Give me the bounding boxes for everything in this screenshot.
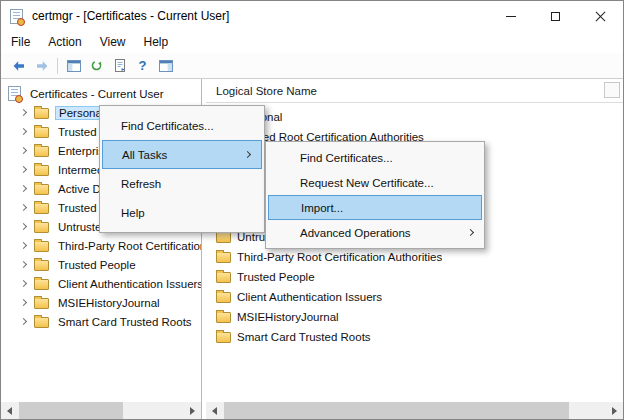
submenu-item-import[interactable]: Import... (268, 195, 482, 220)
toolbar-separator (57, 58, 58, 74)
menu-view[interactable]: View (91, 32, 135, 52)
list-horizontal-scrollbar[interactable] (206, 402, 623, 419)
title-bar[interactable]: certmgr - [Certificates - Current User] (1, 1, 623, 31)
refresh-icon (89, 58, 104, 73)
folder-icon (34, 108, 49, 119)
tree-horizontal-scrollbar[interactable] (1, 402, 201, 419)
chevron-right-icon (20, 128, 27, 135)
menu-action[interactable]: Action (39, 32, 90, 52)
folder-icon (216, 312, 231, 323)
list-header-corner (604, 82, 620, 98)
chevron-right-icon (20, 166, 27, 173)
folder-icon (34, 298, 49, 309)
submenu-arrow-icon (244, 150, 251, 157)
console-tree-icon (66, 58, 82, 74)
certificates-root-icon (8, 86, 21, 101)
scroll-left-button[interactable] (1, 402, 18, 419)
scroll-right-button[interactable] (184, 402, 201, 419)
chevron-right-icon (20, 147, 27, 154)
scroll-right-button[interactable] (606, 402, 623, 419)
toolbar: ? (1, 53, 623, 79)
help-button[interactable]: ? (131, 55, 154, 77)
list-item-personal[interactable]: Personal (206, 107, 623, 127)
folder-icon (34, 127, 49, 138)
export-list-icon (112, 58, 128, 74)
show-console-tree-button[interactable] (62, 55, 85, 77)
close-icon (595, 11, 606, 22)
menu-bar: File Action View Help (1, 31, 623, 53)
menu-help[interactable]: Help (135, 32, 178, 52)
folder-icon (34, 317, 49, 328)
list-item-trusted-people[interactable]: Trusted People (206, 267, 623, 287)
chevron-right-icon (20, 299, 27, 306)
menu-item-all-tasks[interactable]: All Tasks (102, 140, 262, 169)
list-item-msiehistoryjournal[interactable]: MSIEHistoryJournal (206, 307, 623, 327)
scroll-right-icon (190, 407, 195, 415)
folder-icon (216, 332, 231, 343)
folder-icon (34, 184, 49, 195)
window-title: certmgr - [Certificates - Current User] (32, 9, 229, 23)
list-header-label: Logical Store Name (216, 85, 317, 97)
list-column-header[interactable]: Logical Store Name (206, 79, 623, 103)
action-pane-icon (158, 58, 174, 74)
chevron-right-icon (20, 261, 27, 268)
list-scrollbar-thumb[interactable] (224, 402, 569, 419)
show-action-pane-button[interactable] (154, 55, 177, 77)
chevron-right-icon (20, 109, 27, 116)
export-list-button[interactable] (108, 55, 131, 77)
close-button[interactable] (578, 1, 623, 31)
scroll-left-icon (7, 407, 12, 415)
minimize-icon (506, 16, 516, 17)
chevron-right-icon (20, 185, 27, 192)
window-controls (488, 1, 623, 31)
forward-button[interactable] (30, 55, 53, 77)
tree-item-client-authentication-issuers[interactable]: Client Authentication Issuers (1, 274, 201, 293)
folder-icon (34, 260, 49, 271)
list-item-smart-card-trusted-roots[interactable]: Smart Card Trusted Roots (206, 327, 623, 347)
chevron-right-icon (20, 280, 27, 287)
back-arrow-icon (11, 58, 27, 74)
folder-icon (216, 252, 231, 263)
chevron-right-icon (20, 204, 27, 211)
all-tasks-submenu: Find Certificates... Request New Certifi… (265, 141, 485, 249)
folder-icon (34, 146, 49, 157)
list-item-client-authentication-issuers[interactable]: Client Authentication Issuers (206, 287, 623, 307)
back-button[interactable] (7, 55, 30, 77)
tree-item-msiehistoryjournal[interactable]: MSIEHistoryJournal (1, 293, 201, 312)
submenu-item-request-new-certificate[interactable]: Request New Certificate... (266, 170, 484, 195)
menu-item-refresh[interactable]: Refresh (100, 169, 264, 198)
tree-item-third-party-root-certification-authorities[interactable]: Third-Party Root Certification Authoriti… (1, 236, 201, 255)
list-item-third-party-root-certification-authorities[interactable]: Third-Party Root Certification Authoriti… (206, 247, 623, 267)
folder-icon (34, 165, 49, 176)
submenu-arrow-icon (467, 228, 474, 235)
forward-arrow-icon (34, 58, 50, 74)
chevron-right-icon (20, 318, 27, 325)
tree-root-certificates-current-user[interactable]: Certificates - Current User (1, 84, 201, 103)
folder-icon (216, 272, 231, 283)
minimize-button[interactable] (488, 1, 533, 31)
folder-icon (34, 279, 49, 290)
certmgr-window: certmgr - [Certificates - Current User] … (0, 0, 624, 420)
help-icon: ? (139, 58, 147, 73)
scroll-left-button[interactable] (206, 402, 223, 419)
folder-icon (216, 232, 231, 243)
menu-file[interactable]: File (2, 32, 39, 52)
scroll-right-icon (612, 407, 617, 415)
folder-icon (34, 241, 49, 252)
menu-item-find-certificates[interactable]: Find Certificates... (100, 111, 264, 140)
tree-item-trusted-people[interactable]: Trusted People (1, 255, 201, 274)
folder-icon (216, 292, 231, 303)
submenu-item-advanced-operations[interactable]: Advanced Operations (266, 220, 484, 245)
store-list-pane: Logical Store Name Personal Trusted Root… (206, 79, 623, 419)
chevron-right-icon (20, 242, 27, 249)
submenu-item-find-certificates[interactable]: Find Certificates... (266, 145, 484, 170)
chevron-right-icon (20, 223, 27, 230)
tree-item-smart-card-trusted-roots[interactable]: Smart Card Trusted Roots (1, 312, 201, 331)
folder-icon (34, 203, 49, 214)
maximize-button[interactable] (533, 1, 578, 31)
refresh-button[interactable] (85, 55, 108, 77)
certmgr-app-icon (10, 9, 23, 24)
menu-item-help[interactable]: Help (100, 198, 264, 227)
scroll-left-icon (212, 407, 217, 415)
tree-scrollbar-thumb[interactable] (19, 402, 123, 419)
